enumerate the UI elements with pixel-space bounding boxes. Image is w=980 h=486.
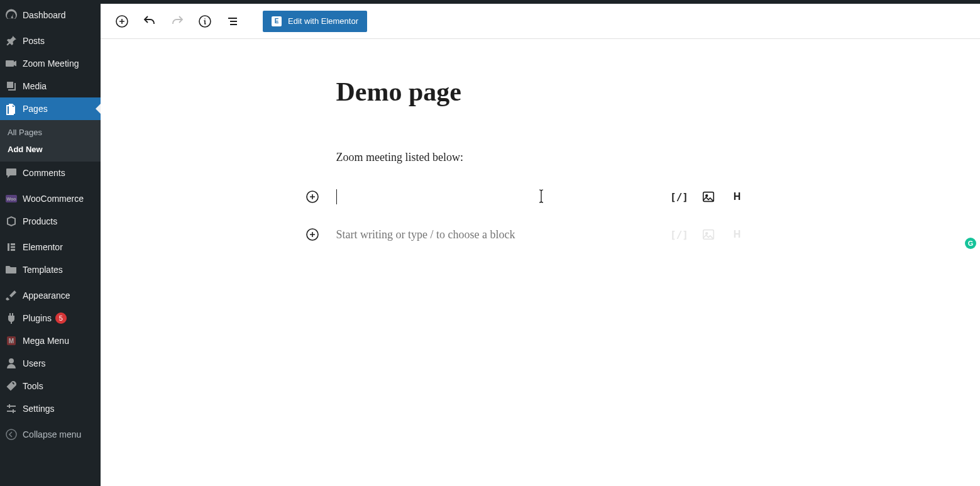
block-appender-placeholder[interactable]: Start writing or type / to choose a bloc… xyxy=(336,228,515,241)
comment-icon xyxy=(5,167,18,179)
folder-icon xyxy=(5,263,18,276)
elementor-icon xyxy=(5,241,18,253)
plug-icon xyxy=(5,312,18,324)
woocommerce-icon: Woo xyxy=(5,192,18,205)
svg-text:M: M xyxy=(9,338,14,345)
wrench-icon xyxy=(5,380,18,392)
sidebar-submenu-pages: All Pages Add New xyxy=(0,120,101,162)
heading-insert-icon[interactable]: H xyxy=(730,189,745,204)
sidebar-item-label: Dashboard xyxy=(23,9,66,21)
image-insert-icon[interactable] xyxy=(701,189,716,204)
svg-rect-12 xyxy=(230,21,237,22)
svg-point-16 xyxy=(705,195,707,197)
sidebar-item-label: Elementor xyxy=(23,241,63,253)
pin-icon xyxy=(5,35,18,47)
info-button[interactable] xyxy=(194,10,216,33)
brush-icon xyxy=(5,289,18,302)
sidebar-item-label: Pages xyxy=(23,103,48,114)
admin-sidebar: Dashboard Posts Zoom Meeting Media xyxy=(0,4,101,486)
video-icon xyxy=(5,57,18,70)
page-title[interactable]: Demo page xyxy=(336,77,745,107)
mega-menu-icon: M xyxy=(5,334,18,347)
sidebar-item-label: Media xyxy=(23,80,47,92)
sidebar-item-tools[interactable]: Tools xyxy=(0,375,101,397)
sidebar-item-label: Products xyxy=(23,216,57,227)
svg-rect-2 xyxy=(8,243,9,251)
svg-point-19 xyxy=(705,233,707,235)
sidebar-item-collapse[interactable]: Collapse menu xyxy=(0,423,101,446)
add-block-button[interactable] xyxy=(111,10,133,33)
svg-rect-11 xyxy=(228,18,237,19)
sidebar-item-products[interactable]: Products xyxy=(0,210,101,233)
empty-block-row: [/] H xyxy=(336,188,745,206)
sidebar-item-label: Posts xyxy=(23,35,45,47)
sidebar-item-label: Tools xyxy=(23,380,43,392)
image-insert-icon xyxy=(701,227,716,242)
shortcode-insert-icon: [/] xyxy=(672,227,687,242)
edit-with-elementor-button[interactable]: E Edit with Elementor xyxy=(263,11,367,32)
sidebar-item-plugins[interactable]: Plugins 5 xyxy=(0,307,101,329)
media-icon xyxy=(5,80,18,92)
sidebar-item-media[interactable]: Media xyxy=(0,75,101,97)
sidebar-item-mega-menu[interactable]: M Mega Menu xyxy=(0,329,101,352)
editor-main: E Edit with Elementor Demo page Zoom mee… xyxy=(101,4,980,486)
heading-insert-icon: H xyxy=(730,227,745,242)
submenu-add-new[interactable]: Add New xyxy=(0,141,101,158)
svg-point-8 xyxy=(6,429,16,439)
editor-canvas[interactable]: Demo page Zoom meeting listed below: [/] xyxy=(101,39,980,486)
sidebar-item-label: Settings xyxy=(23,403,55,414)
undo-button[interactable] xyxy=(138,10,161,33)
shortcode-insert-icon[interactable]: [/] xyxy=(672,189,687,204)
grammarly-icon[interactable]: G xyxy=(965,238,976,249)
pages-icon xyxy=(5,102,18,115)
sliders-icon xyxy=(5,402,18,415)
sidebar-item-label: Zoom Meeting xyxy=(23,58,79,69)
editor-toolbar: E Edit with Elementor xyxy=(101,4,980,39)
collapse-icon xyxy=(5,428,18,441)
svg-text:Woo: Woo xyxy=(6,197,16,201)
sidebar-item-label: Users xyxy=(23,358,46,369)
quick-insert-group: [/] H xyxy=(672,189,745,204)
sidebar-item-elementor[interactable]: Elementor xyxy=(0,236,101,258)
sidebar-item-settings[interactable]: Settings xyxy=(0,397,101,420)
svg-rect-3 xyxy=(11,243,15,245)
sidebar-item-dashboard[interactable]: Dashboard xyxy=(0,4,101,26)
empty-paragraph-block[interactable] xyxy=(336,189,537,204)
user-icon xyxy=(5,357,18,370)
text-cursor-icon xyxy=(539,189,544,203)
svg-rect-5 xyxy=(11,249,15,251)
sidebar-item-label: Collapse menu xyxy=(23,429,81,440)
sidebar-item-posts[interactable]: Posts xyxy=(0,30,101,52)
appender-block-row: Start writing or type / to choose a bloc… xyxy=(336,226,745,243)
sidebar-item-comments[interactable]: Comments xyxy=(0,162,101,184)
elementor-icon: E xyxy=(272,16,282,26)
plugins-update-badge: 5 xyxy=(55,312,67,324)
sidebar-item-label: Plugins xyxy=(23,312,52,324)
svg-rect-13 xyxy=(230,24,237,25)
redo-button[interactable] xyxy=(166,10,189,33)
sidebar-item-label: WooCommerce xyxy=(23,193,84,204)
sidebar-item-appearance[interactable]: Appearance xyxy=(0,284,101,307)
outline-button[interactable] xyxy=(221,10,244,33)
block-inserter-button[interactable] xyxy=(305,227,320,242)
sidebar-item-woocommerce[interactable]: Woo WooCommerce xyxy=(0,187,101,210)
sidebar-item-users[interactable]: Users xyxy=(0,352,101,375)
sidebar-item-templates[interactable]: Templates xyxy=(0,258,101,281)
sidebar-item-label: Templates xyxy=(23,264,63,275)
sidebar-item-label: Appearance xyxy=(23,290,70,301)
paragraph-block[interactable]: Zoom meeting listed below: xyxy=(336,151,745,164)
sidebar-item-pages[interactable]: Pages xyxy=(0,97,101,120)
sidebar-item-label: Comments xyxy=(23,167,65,179)
sidebar-item-zoom-meeting[interactable]: Zoom Meeting xyxy=(0,52,101,75)
svg-rect-4 xyxy=(11,246,15,248)
quick-insert-group-faded: [/] H xyxy=(672,227,745,242)
submenu-all-pages[interactable]: All Pages xyxy=(0,124,101,141)
block-inserter-button[interactable] xyxy=(305,189,320,204)
elementor-button-label: Edit with Elementor xyxy=(288,16,358,26)
gauge-icon xyxy=(5,9,18,21)
box-icon xyxy=(5,215,18,228)
sidebar-item-label: Mega Menu xyxy=(23,335,69,346)
